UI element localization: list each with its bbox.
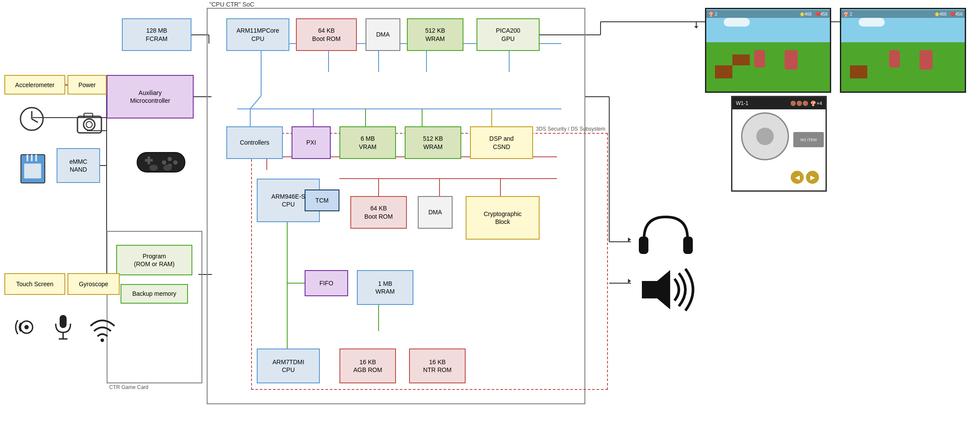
- svg-marker-46: [694, 26, 698, 28]
- controllers-label: Controllers: [240, 139, 269, 146]
- accelerometer-box: Accelerometer: [4, 75, 65, 95]
- svg-point-85: [24, 325, 29, 329]
- emmc-nand-box: eMMC NAND: [57, 148, 100, 183]
- dma-top-box: DMA: [366, 18, 400, 51]
- accelerometer-label: Accelerometer: [15, 81, 54, 88]
- aux-micro-label: Auxiliary Microcontroller: [130, 89, 170, 105]
- boot-rom-top-label: 64 KB Boot ROM: [312, 27, 340, 42]
- emmc-nand-label: eMMC NAND: [69, 158, 87, 173]
- program-rom-box: Program (ROM or RAM): [116, 245, 192, 275]
- power-box: Power: [67, 75, 107, 95]
- dma-mid-box: DMA: [418, 196, 453, 229]
- fifo-label: FIFO: [319, 279, 333, 287]
- camera-icon: [72, 107, 107, 139]
- wram-1mb-label: 1 MB WRAM: [376, 280, 395, 295]
- tcm-box: TCM: [305, 190, 339, 211]
- pica200-box: PICA200 GPU: [477, 18, 540, 51]
- dsp-csnd-box: DSP and CSND: [470, 126, 533, 159]
- backup-mem-label: Backup memory: [132, 290, 176, 298]
- svg-point-64: [84, 119, 95, 130]
- fcram-box: 128 MB FCRAM: [122, 18, 191, 51]
- fifo-box: FIFO: [305, 270, 348, 296]
- pica200-label: PICA200 GPU: [496, 27, 520, 42]
- svg-rect-81: [60, 315, 67, 328]
- svg-point-75: [168, 157, 172, 161]
- svg-rect-71: [24, 163, 41, 179]
- svg-point-77: [162, 160, 166, 165]
- svg-line-62: [32, 119, 38, 122]
- boot-rom-mid-label: 64 KB Boot ROM: [364, 204, 393, 220]
- gamepad-icon: [126, 144, 196, 179]
- boot-rom-top-box: 64 KB Boot ROM: [296, 18, 357, 51]
- wram-512-label: 512 KB WRAM: [425, 27, 445, 42]
- svg-marker-38: [628, 237, 631, 242]
- gyroscope-label: Gyroscope: [79, 281, 108, 288]
- gamecart-label: CTR Game Card: [109, 384, 148, 390]
- clock-icon: [15, 102, 48, 135]
- touch-screen-box: Touch Screen: [4, 273, 65, 295]
- agb-rom-box: 16 KB AGB ROM: [339, 349, 396, 383]
- game-screen-top-right: 🍄 2 ⭐466 ❤️456: [840, 8, 966, 93]
- dma-mid-label: DMA: [428, 208, 442, 216]
- svg-rect-87: [639, 237, 648, 254]
- pxi-label: PXI: [306, 139, 316, 146]
- speaker-waves-left-icon: [9, 309, 44, 344]
- ntr-rom-box: 16 KB NTR ROM: [409, 349, 466, 383]
- wifi-icon: [85, 311, 120, 344]
- arm946-label: ARM946E-S CPU: [272, 193, 305, 208]
- ntr-rom-label: 16 KB NTR ROM: [423, 358, 451, 374]
- game-screen-bottom: W1-1 🟤🟤🟤 🍄×4 NO ITEM ◀ ▶: [731, 96, 827, 192]
- svg-rect-88: [683, 237, 693, 254]
- touch-screen-label: Touch Screen: [16, 281, 54, 288]
- sd-card-icon: [15, 148, 50, 187]
- arm7-box: ARM7TDMI CPU: [257, 349, 320, 383]
- game-screen-top-left: 🍄 2 ⭐466 ❤️456: [705, 8, 831, 93]
- diagram: "CPU CTR" SoC 3DS Security / DS Subsyste…: [0, 0, 980, 423]
- arm11-label: ARM11MPCore CPU: [236, 27, 279, 42]
- microphone-icon: [50, 311, 76, 346]
- headphones-icon: [633, 209, 698, 266]
- program-rom-label: Program (ROM or RAM): [134, 252, 175, 268]
- svg-marker-89: [642, 270, 670, 309]
- vram-6-label: 6 MB VRAM: [359, 135, 376, 150]
- fcram-label: 128 MB FCRAM: [146, 27, 168, 42]
- svg-rect-74: [148, 156, 150, 164]
- tcm-label: TCM: [315, 196, 329, 204]
- arm7-label: ARM7TDMI CPU: [272, 358, 304, 374]
- svg-rect-72: [137, 152, 185, 172]
- security-label: 3DS Security / DS Subsystem: [536, 126, 605, 132]
- dma-top-label: DMA: [376, 30, 389, 38]
- boot-rom-mid-box: 64 KB Boot ROM: [350, 196, 407, 229]
- soc-label: "CPU CTR" SoC: [209, 1, 254, 8]
- crypto-box: Cryptographic Block: [466, 196, 540, 240]
- pxi-box: PXI: [292, 126, 331, 159]
- wram-512b-label: 512 KB WRAM: [423, 135, 443, 150]
- agb-rom-label: 16 KB AGB ROM: [353, 358, 382, 374]
- wram-512-box: 512 KB WRAM: [407, 18, 463, 51]
- gamecart-container: CTR Game Card Program (ROM or RAM) Backu…: [107, 231, 202, 383]
- svg-point-76: [173, 160, 178, 165]
- svg-point-86: [101, 338, 104, 342]
- speaker-icon: [633, 261, 698, 318]
- svg-point-65: [86, 122, 92, 128]
- crypto-label: Cryptographic Block: [483, 210, 521, 226]
- vram-6-box: 6 MB VRAM: [339, 126, 396, 159]
- wram-512b-box: 512 KB WRAM: [405, 126, 461, 159]
- aux-micro-box: Auxiliary Microcontroller: [107, 75, 194, 118]
- dsp-csnd-label: DSP and CSND: [490, 135, 514, 150]
- wram-1mb-box: 1 MB WRAM: [357, 270, 413, 305]
- svg-marker-39: [628, 279, 631, 283]
- controllers-box: Controllers: [226, 126, 283, 159]
- svg-point-80: [163, 165, 172, 171]
- backup-mem-box: Backup memory: [121, 284, 188, 304]
- svg-point-79: [149, 165, 158, 171]
- gyroscope-box: Gyroscope: [67, 273, 120, 295]
- arm11-cpu-box: ARM11MPCore CPU: [226, 18, 289, 51]
- power-label: Power: [78, 81, 96, 88]
